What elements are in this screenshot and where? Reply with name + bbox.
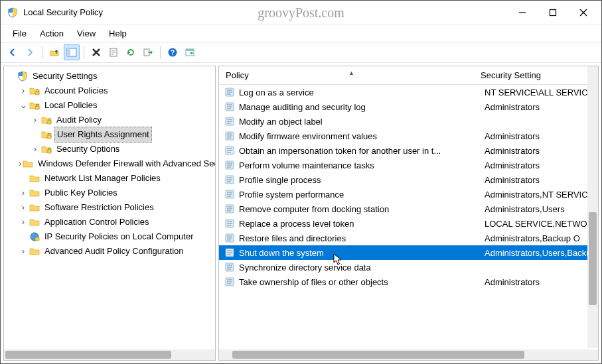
expander-icon[interactable]: › <box>19 215 28 229</box>
close-button[interactable] <box>568 2 599 23</box>
column-setting-label: Security Setting <box>481 70 541 80</box>
policy-row[interactable]: Perform volume maintenance tasksAdminist… <box>219 158 598 172</box>
tree-item-label: Public Key Policies <box>42 186 119 200</box>
folder-icon <box>29 188 40 198</box>
policy-row[interactable]: Log on as a serviceNT SERVICE\ALL SERVIC… <box>219 85 598 99</box>
expander-icon[interactable]: › <box>19 84 28 98</box>
policy-row[interactable]: Synchronize directory service data <box>219 260 598 274</box>
tree-item[interactable]: ›Application Control Policies <box>19 215 215 229</box>
export-icon[interactable] <box>140 44 156 60</box>
tree-item-label: Network List Manager Policies <box>42 171 163 186</box>
tree-item[interactable]: ›Public Key Policies <box>19 186 215 200</box>
policy-name: Profile system performance <box>239 190 482 200</box>
menu-action[interactable]: Action <box>33 27 70 40</box>
policy-setting: Administrators <box>482 175 598 185</box>
up-icon[interactable] <box>46 44 62 60</box>
expander-icon[interactable]: › <box>19 186 28 200</box>
tree-item[interactable]: User Rights Assignment <box>31 127 215 142</box>
tree-item-label: Advanced Audit Policy Configuration <box>42 244 186 259</box>
column-policy[interactable]: Policy ▲ <box>219 70 478 80</box>
folder-icon <box>29 217 40 227</box>
list-v-thumb[interactable] <box>589 212 597 305</box>
policy-name: Modify firmware environment values <box>239 131 482 141</box>
column-setting[interactable]: Security Setting <box>478 70 598 80</box>
policy-name: Log on as a service <box>239 88 482 97</box>
policy-row[interactable]: Profile system performanceAdministrators… <box>219 187 598 202</box>
expander-icon[interactable]: › <box>19 156 21 171</box>
tree-root-label[interactable]: Security Settings <box>31 69 100 84</box>
expander-icon[interactable]: › <box>31 113 40 127</box>
policy-row[interactable]: Remove computer from docking stationAdmi… <box>219 202 598 216</box>
tree-root[interactable]: Security Settings <box>7 69 215 84</box>
policy-icon <box>224 160 235 170</box>
expander-icon[interactable]: › <box>19 244 28 259</box>
tree-pane: Security Settings›Account Policies⌄Local… <box>3 66 216 361</box>
expander-icon[interactable]: ⌄ <box>19 98 28 113</box>
action-icon[interactable] <box>182 44 198 60</box>
tree-item[interactable]: ›Software Restriction Policies <box>19 200 215 215</box>
tree-item[interactable]: ›Account Policies <box>19 84 215 98</box>
tree[interactable]: Security Settings›Account Policies⌄Local… <box>4 66 215 261</box>
tree-item[interactable]: ›Windows Defender Firewall with Advanced… <box>19 156 215 171</box>
tree-item-label: IP Security Policies on Local Computer <box>42 229 195 244</box>
window-title: Local Security Policy <box>23 7 103 17</box>
list-pane: Policy ▲ Security Setting Log on as a se… <box>218 66 599 361</box>
help-icon[interactable]: ? <box>165 44 181 60</box>
policy-row[interactable]: Profile single processAdministrators <box>219 172 598 187</box>
policy-row[interactable]: Manage auditing and security logAdminist… <box>219 99 598 114</box>
refresh-icon[interactable] <box>123 44 139 60</box>
maximize-button[interactable] <box>538 2 568 23</box>
policy-icon <box>224 218 235 229</box>
policy-row[interactable]: Modify an object label <box>219 114 598 129</box>
forward-icon[interactable] <box>22 44 38 60</box>
tree-h-scrollbar[interactable] <box>4 349 215 360</box>
policy-row[interactable]: Take ownership of files or other objects… <box>219 274 598 289</box>
list-v-scrollbar[interactable] <box>587 66 598 348</box>
list-body[interactable]: Log on as a serviceNT SERVICE\ALL SERVIC… <box>219 85 598 360</box>
list-h-scrollbar[interactable] <box>219 349 598 360</box>
show-hide-tree-icon[interactable] <box>64 44 80 60</box>
menu-view[interactable]: View <box>70 27 102 40</box>
policy-setting: Administrators <box>482 277 598 287</box>
svg-rect-21 <box>186 49 194 51</box>
policy-row[interactable]: Obtain an impersonation token for anothe… <box>219 143 598 158</box>
policy-row[interactable]: Restore files and directoriesAdministrat… <box>219 231 598 245</box>
policy-icon <box>224 276 235 287</box>
expander-icon[interactable]: › <box>19 200 28 215</box>
tree-item[interactable]: ›Advanced Audit Policy Configuration <box>19 244 215 259</box>
tree-item[interactable]: ⌄Local Policies <box>19 98 215 113</box>
policy-setting: Administrators <box>482 146 598 156</box>
tree-item[interactable]: ›Audit Policy <box>31 113 215 127</box>
policy-name: Synchronize directory service data <box>239 263 482 273</box>
toolbar-separator <box>160 46 161 59</box>
policy-name: Obtain an impersonation token for anothe… <box>239 146 482 156</box>
tree-item[interactable]: ›Security Options <box>31 142 215 156</box>
list-h-thumb[interactable] <box>232 351 524 359</box>
tree-h-thumb[interactable] <box>5 351 171 359</box>
policy-name: Remove computer from docking station <box>239 204 482 214</box>
policy-row[interactable]: Modify firmware environment valuesAdmini… <box>219 129 598 143</box>
tree-item[interactable]: Network List Manager Policies <box>19 171 215 186</box>
policy-setting: NT SERVICE\ALL SERVICES <box>482 88 598 97</box>
folder-lock-icon <box>41 115 52 125</box>
folder-icon <box>23 158 33 169</box>
minimize-button[interactable] <box>507 2 538 23</box>
policy-row[interactable]: Replace a process level tokenLOCAL SERVI… <box>219 216 598 231</box>
policy-row[interactable]: Shut down the systemAdministrators,Users… <box>219 245 598 260</box>
expander-icon[interactable]: › <box>31 142 40 156</box>
column-policy-label: Policy <box>226 70 249 80</box>
policy-name: Modify an object label <box>239 117 482 127</box>
window-controls <box>507 2 599 23</box>
menu-help[interactable]: Help <box>102 27 133 40</box>
back-icon[interactable] <box>5 44 21 60</box>
delete-icon[interactable] <box>88 44 104 60</box>
ipsec-icon <box>29 231 40 242</box>
svg-rect-8 <box>550 9 556 15</box>
tree-item[interactable]: IP Security Policies on Local Computer <box>19 229 215 244</box>
menu-file[interactable]: File <box>6 27 33 40</box>
title-bar: Local Security Policy groovyPost.com <box>1 1 601 25</box>
policy-setting: Administrators,NT SERVICE <box>482 190 598 200</box>
watermark: groovyPost.com <box>258 5 344 20</box>
properties-icon[interactable] <box>106 44 121 60</box>
policy-icon <box>224 101 235 112</box>
